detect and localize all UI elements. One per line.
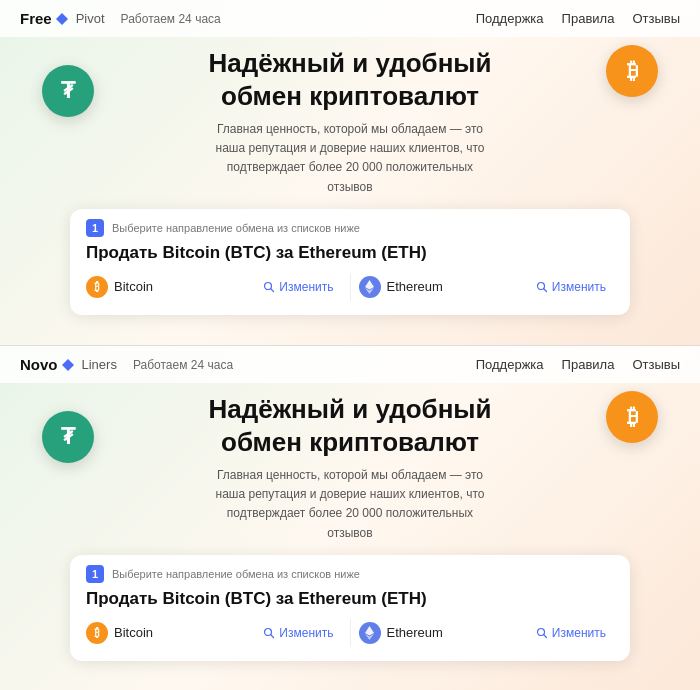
from-change-label: Изменить — [279, 280, 333, 294]
navbar-left: Novo Liners Работаем 24 часа — [20, 356, 233, 373]
eth-icon — [359, 622, 381, 644]
to-change-button[interactable]: Изменить — [528, 622, 614, 644]
navbar: Free Pivot Работаем 24 часа ПоддержкаПра… — [0, 0, 700, 37]
step-label: Выберите направление обмена из списков н… — [112, 222, 360, 234]
from-coin-name: Bitcoin — [114, 279, 153, 294]
navbar-left: Free Pivot Работаем 24 часа — [20, 10, 221, 27]
brand-name: Free Pivot — [20, 10, 105, 27]
navbar: Novo Liners Работаем 24 часа ПоддержкаПр… — [0, 346, 700, 383]
navbar-right: ПоддержкаПравилаОтзывы — [476, 11, 680, 26]
brand-icon — [55, 12, 69, 26]
step-badge: 1 — [86, 219, 104, 237]
card-row: ₿ Bitcoin Изменить — [86, 273, 614, 301]
svg-line-2 — [271, 288, 274, 291]
to-change-label: Изменить — [552, 280, 606, 294]
search-icon — [263, 281, 275, 293]
btc-icon: ₿ — [86, 622, 108, 644]
brand-sub: Liners — [82, 357, 117, 372]
svg-line-9 — [271, 634, 274, 637]
hero-subtitle: Главная ценность, которой мы обладаем — … — [210, 466, 490, 543]
card-title: Продать Bitcoin (BTC) за Ethereum (ETH) — [86, 589, 614, 609]
card-step: 1 Выберите направление обмена из списков… — [86, 219, 614, 237]
card-step: 1 Выберите направление обмена из списков… — [86, 565, 614, 583]
card-title: Продать Bitcoin (BTC) за Ethereum (ETH) — [86, 243, 614, 263]
section-1: Novo Liners Работаем 24 часа ПоддержкаПр… — [0, 346, 700, 690]
section-0: Free Pivot Работаем 24 часа ПоддержкаПра… — [0, 0, 700, 345]
svg-marker-7 — [62, 359, 74, 371]
from-change-button[interactable]: Изменить — [255, 276, 341, 298]
nav-link-0[interactable]: Поддержка — [476, 11, 544, 26]
nav-link-2[interactable]: Отзывы — [632, 357, 680, 372]
tether-icon: ₮ — [42, 65, 94, 117]
from-change-button[interactable]: Изменить — [255, 622, 341, 644]
from-coin-item: ₿ Bitcoin — [86, 276, 255, 298]
divider — [350, 619, 351, 647]
to-change-label: Изменить — [552, 626, 606, 640]
exchange-card: 1 Выберите направление обмена из списков… — [70, 555, 630, 661]
eth-icon — [359, 276, 381, 298]
to-coin-item: Ethereum — [359, 276, 528, 298]
divider — [350, 273, 351, 301]
brand-icon — [61, 358, 75, 372]
svg-marker-10 — [365, 626, 374, 636]
nav-link-0[interactable]: Поддержка — [476, 357, 544, 372]
svg-marker-3 — [365, 280, 374, 290]
hero-subtitle: Главная ценность, которой мы обладаем — … — [210, 120, 490, 197]
step-label: Выберите направление обмена из списков н… — [112, 568, 360, 580]
from-coin-item: ₿ Bitcoin — [86, 622, 255, 644]
to-coin-name: Ethereum — [387, 625, 443, 640]
card-row: ₿ Bitcoin Изменить — [86, 619, 614, 647]
nav-link-2[interactable]: Отзывы — [632, 11, 680, 26]
brand-sub: Pivot — [76, 11, 105, 26]
btc-icon: ₿ — [86, 276, 108, 298]
to-coin-item: Ethereum — [359, 622, 528, 644]
hero-title: Надёжный и удобныйобмен криптовалют — [208, 393, 491, 458]
search-icon-2 — [536, 281, 548, 293]
bitcoin-icon: ₿ — [606, 45, 658, 97]
nav-link-1[interactable]: Правила — [562, 357, 615, 372]
exchange-card: 1 Выберите направление обмена из списков… — [70, 209, 630, 315]
hero-title: Надёжный и удобныйобмен криптовалют — [208, 47, 491, 112]
bitcoin-icon: ₿ — [606, 391, 658, 443]
step-badge: 1 — [86, 565, 104, 583]
svg-line-13 — [543, 634, 546, 637]
from-change-label: Изменить — [279, 626, 333, 640]
working-hours: Работаем 24 часа — [133, 358, 233, 372]
search-icon — [263, 627, 275, 639]
hero: ₮ ₿ Надёжный и удобныйобмен криптовалют … — [0, 37, 700, 345]
hero: ₮ ₿ Надёжный и удобныйобмен криптовалют … — [0, 383, 700, 690]
search-icon-2 — [536, 627, 548, 639]
navbar-right: ПоддержкаПравилаОтзывы — [476, 357, 680, 372]
tether-icon: ₮ — [42, 411, 94, 463]
svg-marker-0 — [56, 13, 68, 25]
to-coin-name: Ethereum — [387, 279, 443, 294]
svg-line-6 — [543, 288, 546, 291]
working-hours: Работаем 24 часа — [121, 12, 221, 26]
nav-link-1[interactable]: Правила — [562, 11, 615, 26]
from-coin-name: Bitcoin — [114, 625, 153, 640]
to-change-button[interactable]: Изменить — [528, 276, 614, 298]
brand-name: Novo Liners — [20, 356, 117, 373]
